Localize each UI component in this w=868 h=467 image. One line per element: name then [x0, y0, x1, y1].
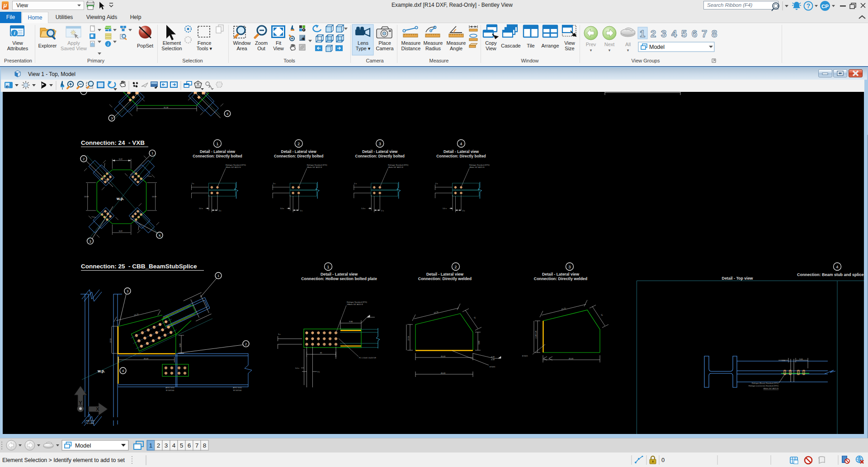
svg-text:6Bolts 3/4" A325 N: 6Bolts 3/4" A325 N	[764, 387, 779, 390]
svg-text:3.00: 3.00	[799, 358, 803, 360]
svg-text:W 14X82: W 14X82	[87, 422, 94, 424]
svg-text:CP: CP	[821, 4, 829, 9]
svg-text:1.50: 1.50	[782, 359, 786, 362]
svg-text:0: 0	[661, 457, 665, 463]
svg-text:3: 3	[165, 442, 168, 449]
svg-text:4: 4	[460, 141, 462, 146]
svg-text:9.88: 9.88	[179, 343, 181, 347]
svg-text:4: 4	[159, 234, 160, 238]
svg-text:1: 1	[217, 274, 219, 278]
svg-text:A992 Gr50: A992 Gr50	[233, 386, 242, 389]
svg-text:31.18: 31.18	[164, 106, 169, 109]
svg-text:A992 Gr50: A992 Gr50	[165, 386, 175, 389]
svg-text:Detail - Lateral view: Detail - Lateral view	[426, 272, 463, 276]
svg-text:E70XX: E70XX	[490, 366, 495, 368]
svg-text:38.30: 38.30	[640, 92, 645, 92]
svg-text:2: 2	[454, 264, 457, 269]
svg-text:w.p.: w.p.	[116, 196, 124, 201]
svg-text:Connection: Directly welded: Connection: Directly welded	[534, 276, 587, 281]
svg-text:W 16X100: W 16X100	[233, 389, 242, 391]
svg-text:45: 45	[320, 352, 322, 354]
svg-text:2: 2	[157, 442, 160, 449]
svg-text:4.18: 4.18	[491, 356, 495, 358]
svg-text:PL 1.10x6 1 4x20 5/8: PL 1.10x6 1 4x20 5/8	[359, 357, 376, 359]
svg-text:w.p.: w.p.	[97, 369, 105, 373]
svg-text:Connection: 24 - VXB: Connection: 24 - VXB	[81, 139, 145, 146]
svg-text:13.59: 13.59	[407, 336, 410, 341]
svg-text:-3.28/3.28: -3.28/3.28	[535, 330, 537, 339]
svg-text:3: 3	[89, 239, 91, 243]
svg-text:2: 2	[83, 157, 85, 161]
svg-text:45.03: 45.03	[441, 355, 446, 357]
svg-text:2: 2	[245, 342, 247, 346]
svg-text:6: 6	[188, 442, 191, 449]
svg-text:13.59: 13.59	[152, 195, 157, 198]
svg-text:Holetype (Beam) Standard (STD): Holetype (Beam) Standard (STD)	[752, 382, 779, 384]
svg-text:Connection: Beam stub and spli: Connection: Beam stub and splice	[797, 272, 864, 277]
svg-text:Detail - Lateral view: Detail - Lateral view	[321, 272, 358, 276]
svg-text:7: 7	[195, 442, 199, 449]
svg-text:9.88: 9.88	[478, 340, 480, 344]
svg-text:4: 4	[226, 112, 228, 116]
svg-text:1: 1	[151, 151, 153, 155]
svg-text:4: 4	[836, 264, 838, 269]
svg-text:2: 2	[297, 141, 300, 146]
svg-text:13.59: 13.59	[109, 338, 112, 343]
svg-text:3: 3	[127, 289, 128, 293]
svg-text:5: 5	[180, 442, 184, 449]
svg-text:1: 1	[640, 28, 645, 39]
svg-text:45.03: 45.03	[441, 372, 446, 374]
svg-text:Connection: Hollow section bol: Connection: Hollow section bolted plate	[301, 276, 377, 281]
svg-text:Detail - Top view: Detail - Top view	[722, 276, 753, 281]
svg-text:?: ?	[807, 2, 811, 10]
svg-text:6.22: 6.22	[119, 230, 123, 232]
svg-text:W 16X100: W 16X100	[166, 389, 175, 391]
svg-text:A992 Gr50: A992 Gr50	[86, 419, 95, 422]
svg-text:45.03: 45.03	[144, 357, 149, 360]
svg-text:45.03: 45.03	[569, 357, 574, 360]
svg-text:18Bolts 3/4" A325 N: 18Bolts 3/4" A325 N	[347, 303, 363, 305]
svg-text:4: 4	[671, 28, 677, 39]
svg-text:Model: Model	[75, 442, 91, 449]
svg-text:3: 3	[379, 141, 381, 146]
svg-text:1: 1	[149, 442, 153, 449]
svg-text:7: 7	[702, 28, 707, 39]
svg-text:3: 3	[661, 28, 666, 39]
svg-text:3 x: 3 x	[317, 371, 320, 373]
svg-text:6: 6	[692, 28, 697, 39]
svg-text:Connection: 25 - CBB_BeamStub: Connection: 25 - CBB_BeamStubSplice	[81, 263, 197, 270]
svg-text:3: 3	[111, 116, 113, 120]
svg-text:4: 4	[172, 442, 176, 449]
svg-text:4.18: 4.18	[491, 358, 495, 361]
svg-text:2: 2	[651, 28, 656, 39]
svg-text:Detail - Lateral view: Detail - Lateral view	[542, 272, 579, 276]
svg-text:41.2: 41.2	[204, 92, 208, 94]
svg-text:Y: Y	[79, 400, 82, 405]
svg-text:E70XX: E70XX	[522, 355, 528, 357]
svg-text:5: 5	[681, 28, 687, 39]
svg-text:6.22: 6.22	[119, 158, 123, 160]
svg-text:8: 8	[712, 28, 717, 39]
svg-text:Model: Model	[649, 44, 665, 50]
svg-text:1: 1	[327, 264, 329, 269]
svg-text:Connection: Directly welded: Connection: Directly welded	[418, 276, 472, 281]
svg-text:X: X	[96, 406, 99, 412]
svg-text:1: 1	[216, 141, 218, 146]
svg-text:1.0 x: 1.0 x	[295, 367, 299, 369]
svg-text:3 x: 3 x	[278, 333, 280, 335]
svg-text:9.84: 9.84	[349, 320, 353, 323]
svg-text:13.59: 13.59	[84, 195, 89, 198]
svg-text:Holetype (connector) Standard: Holetype (connector) Standard (STD)	[749, 385, 779, 387]
svg-text:3: 3	[568, 264, 571, 269]
svg-text:8: 8	[203, 442, 207, 449]
svg-text:4: 4	[122, 369, 124, 373]
